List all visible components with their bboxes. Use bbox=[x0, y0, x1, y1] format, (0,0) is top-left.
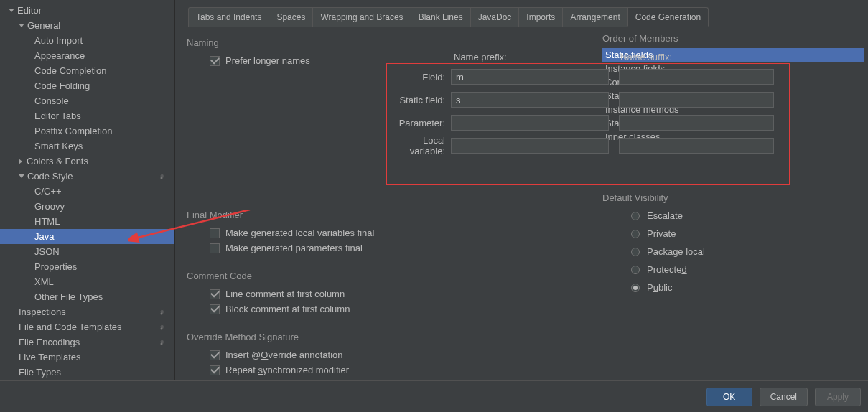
checkbox-local-vars-final-label: Make generated local variables final bbox=[225, 228, 374, 238]
tree-general-item[interactable]: Console bbox=[0, 93, 174, 108]
name-suffix-input[interactable] bbox=[619, 138, 774, 154]
tab-tabs-and-indents[interactable]: Tabs and Indents bbox=[188, 7, 269, 27]
visibility-radio[interactable]: Package local bbox=[631, 246, 864, 257]
visibility-radio-label: Package local bbox=[647, 246, 705, 257]
gear-icon bbox=[157, 172, 166, 180]
tab-imports[interactable]: Imports bbox=[518, 7, 563, 27]
checkbox-insert-override[interactable]: Insert @Override annotation bbox=[210, 350, 591, 360]
tree-editor[interactable]: Editor bbox=[0, 3, 174, 18]
tree-inspections-label: Inspections bbox=[19, 304, 66, 319]
naming-row-label: Static field: bbox=[386, 95, 451, 106]
tree-code-style-item[interactable]: Properties bbox=[0, 259, 174, 274]
name-suffix-input[interactable] bbox=[619, 92, 774, 108]
tree-code-style-item[interactable]: JSON bbox=[0, 244, 174, 259]
visibility-radio-label: Protected bbox=[647, 264, 687, 275]
tree-code-style-label: Code Style bbox=[27, 169, 73, 184]
tree-file-code-templates[interactable]: File and Code Templates bbox=[0, 319, 174, 334]
name-suffix-input[interactable] bbox=[619, 69, 774, 85]
checkbox-params-final-label: Make generated parameters final bbox=[225, 243, 363, 253]
section-final-modifier: Final Modifier bbox=[187, 210, 591, 220]
tree-code-style[interactable]: Code Style bbox=[0, 169, 174, 184]
naming-row: Static field: bbox=[386, 90, 783, 110]
name-suffix-input[interactable] bbox=[619, 115, 774, 131]
checkbox-line-comment[interactable]: Line comment at first column bbox=[210, 289, 591, 299]
visibility-radio[interactable]: Protected bbox=[631, 264, 864, 275]
naming-row: Local variable: bbox=[386, 136, 783, 156]
tree-live-templates-label: Live Templates bbox=[19, 350, 80, 365]
name-prefix-input[interactable] bbox=[451, 138, 609, 154]
tab-javadoc[interactable]: JavaDoc bbox=[470, 7, 520, 27]
name-prefix-input[interactable] bbox=[451, 69, 609, 85]
tree-editor-label: Editor bbox=[17, 3, 42, 18]
tree-code-style-item[interactable]: Java bbox=[0, 229, 174, 244]
tree-general[interactable]: General bbox=[0, 18, 174, 33]
gear-icon bbox=[157, 322, 166, 331]
name-prefix-input[interactable] bbox=[451, 92, 609, 108]
section-default-visibility: Default Visibility bbox=[602, 192, 864, 203]
tree-code-style-item[interactable]: XML bbox=[0, 274, 174, 289]
checkbox-block-comment-label: Block comment at first column bbox=[225, 304, 350, 314]
naming-row-label: Local variable: bbox=[386, 135, 451, 156]
checkbox-line-comment-label: Line comment at first column bbox=[225, 289, 345, 299]
settings-tree: Editor General Auto ImportAppearanceCode… bbox=[0, 0, 175, 380]
tree-code-style-item[interactable]: Other File Types bbox=[0, 289, 174, 304]
tree-file-types[interactable]: File Types bbox=[0, 365, 174, 380]
tree-general-item[interactable]: Editor Tabs bbox=[0, 108, 174, 123]
tree-code-style-item[interactable]: C/C++ bbox=[0, 184, 174, 199]
header-name-prefix: Name prefix: bbox=[451, 52, 617, 62]
checkbox-prefer-longer-label: Prefer longer names bbox=[225, 55, 310, 66]
visibility-radio-label: Public bbox=[647, 282, 672, 293]
visibility-radio[interactable]: Private bbox=[631, 228, 864, 239]
checkbox-repeat-sync-label: Repeat synchronized modifier bbox=[225, 365, 349, 375]
tree-file-types-label: File Types bbox=[19, 365, 61, 380]
checkbox-local-vars-final[interactable]: Make generated local variables final bbox=[210, 228, 591, 238]
tree-general-item[interactable]: Smart Keys bbox=[0, 139, 174, 154]
gear-icon bbox=[157, 337, 166, 346]
gear-icon bbox=[157, 307, 166, 316]
visibility-radio[interactable]: Escalate bbox=[631, 210, 864, 221]
tree-code-style-item[interactable]: Groovy bbox=[0, 199, 174, 214]
section-order-members: Order of Members bbox=[602, 33, 864, 44]
header-name-suffix: Name suffix: bbox=[617, 52, 780, 62]
tree-colors-fonts[interactable]: Colors & Fonts bbox=[0, 154, 174, 169]
tab-code-generation[interactable]: Code Generation bbox=[627, 7, 709, 27]
checkbox-params-final[interactable]: Make generated parameters final bbox=[210, 243, 591, 253]
visibility-radio-label: Private bbox=[647, 228, 676, 239]
visibility-radio[interactable]: Public bbox=[631, 282, 864, 293]
tree-general-item[interactable]: Code Folding bbox=[0, 78, 174, 93]
naming-row-label: Field: bbox=[386, 72, 451, 83]
section-override: Override Method Signature bbox=[187, 332, 591, 342]
tree-inspections[interactable]: Inspections bbox=[0, 304, 174, 319]
left-pane: Naming Prefer longer names Name prefix: … bbox=[175, 29, 602, 380]
apply-button[interactable]: Apply bbox=[815, 388, 861, 406]
tab-blank-lines[interactable]: Blank Lines bbox=[411, 7, 471, 27]
section-naming: Naming bbox=[187, 37, 591, 48]
tree-colors-fonts-label: Colors & Fonts bbox=[27, 154, 88, 169]
dialog-footer: OK Cancel Apply bbox=[0, 380, 868, 412]
tree-code-style-item[interactable]: HTML bbox=[0, 214, 174, 229]
name-prefix-input[interactable] bbox=[451, 115, 609, 131]
tab-spaces[interactable]: Spaces bbox=[269, 7, 313, 27]
tree-file-encodings[interactable]: File Encodings bbox=[0, 334, 174, 350]
naming-row-label: Parameter: bbox=[386, 118, 451, 128]
tab-arrangement[interactable]: Arrangement bbox=[562, 7, 627, 27]
naming-row: Field: bbox=[386, 67, 783, 87]
tree-live-templates[interactable]: Live Templates bbox=[0, 350, 174, 365]
section-comment-code: Comment Code bbox=[187, 271, 591, 281]
tree-general-item[interactable]: Appearance bbox=[0, 48, 174, 63]
tree-general-item[interactable]: Postfix Completion bbox=[0, 123, 174, 139]
tree-general-item[interactable]: Auto Import bbox=[0, 33, 174, 48]
checkbox-insert-override-label: Insert @Override annotation bbox=[225, 350, 343, 360]
naming-row: Parameter: bbox=[386, 113, 783, 133]
checkbox-repeat-sync[interactable]: Repeat synchronized modifier bbox=[210, 365, 591, 375]
main-panel: Tabs and IndentsSpacesWrapping and Brace… bbox=[175, 0, 868, 380]
tree-general-item[interactable]: Code Completion bbox=[0, 63, 174, 78]
tree-general-label: General bbox=[27, 18, 60, 33]
tab-bar: Tabs and IndentsSpacesWrapping and Brace… bbox=[175, 7, 868, 27]
ok-button[interactable]: OK bbox=[706, 388, 752, 406]
tree-file-code-templates-label: File and Code Templates bbox=[19, 319, 122, 334]
tab-wrapping-and-braces[interactable]: Wrapping and Braces bbox=[312, 7, 411, 27]
cancel-button[interactable]: Cancel bbox=[760, 388, 808, 406]
checkbox-block-comment[interactable]: Block comment at first column bbox=[210, 304, 591, 314]
tree-file-encodings-label: File Encodings bbox=[19, 334, 80, 350]
